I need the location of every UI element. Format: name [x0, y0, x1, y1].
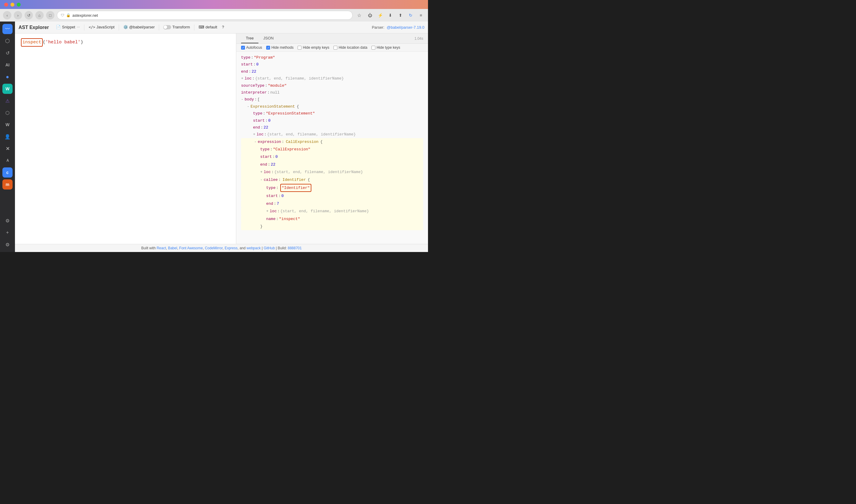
- address-bar[interactable]: 🛡 🔒 astexplorer.net: [57, 11, 353, 20]
- tree-row-expressionstatement[interactable]: - ExpressionStatement {: [241, 103, 423, 110]
- expand-icon[interactable]: +: [260, 168, 263, 176]
- tree-row-loc-program[interactable]: + loc : {start, end, filename, identifie…: [241, 75, 423, 82]
- activity-icon: 〰: [5, 26, 10, 32]
- sidebar-item-m[interactable]: m: [2, 179, 13, 190]
- home-button[interactable]: ⌂: [35, 11, 44, 19]
- expand-icon[interactable]: +: [253, 131, 256, 138]
- footer-link-express[interactable]: Express: [225, 246, 238, 250]
- transform-toggle[interactable]: Transform: [161, 21, 192, 34]
- tree-value: 0: [268, 117, 271, 124]
- tree-row-callee[interactable]: - callee : Identifier {: [241, 176, 423, 183]
- code-editor[interactable]: inspect ( 'hello babel' ): [15, 34, 236, 244]
- footer-link-babel[interactable]: Babel: [168, 246, 177, 250]
- tree-key: type: [241, 54, 250, 61]
- tree-row-end-ce: end : 22: [241, 161, 423, 168]
- bookmark-button[interactable]: ☆: [355, 11, 363, 19]
- collapse-icon[interactable]: -: [247, 103, 249, 110]
- close-button[interactable]: [4, 3, 8, 6]
- parser-version-link[interactable]: @babel/parser-7.19.0: [387, 25, 424, 30]
- brand-label: AST Explorer: [19, 25, 49, 30]
- option-hide-methods[interactable]: ✓ Hide methods: [266, 46, 293, 50]
- share-icon[interactable]: ⬆: [396, 11, 405, 19]
- tree-row-body[interactable]: - body : [: [241, 96, 423, 103]
- sidebar-item-cube[interactable]: ⬡: [2, 108, 13, 118]
- language-icon: </>: [89, 25, 95, 29]
- tree-colon: :: [276, 184, 278, 191]
- tree-colon: :: [263, 110, 265, 117]
- x-icon: ✕: [6, 146, 10, 151]
- hide-methods-checkbox[interactable]: ✓: [266, 46, 270, 50]
- sidebar-item-add[interactable]: +: [2, 228, 13, 238]
- sidebar-item-settings[interactable]: ⚙: [2, 239, 13, 250]
- tree-row-loc-es[interactable]: + loc : {start, end, filename, identifie…: [241, 131, 423, 138]
- help-button[interactable]: ?: [220, 21, 226, 34]
- option-hide-location-data[interactable]: Hide location data: [333, 46, 367, 50]
- sidebar-item-dot[interactable]: ●: [2, 72, 13, 82]
- tree-row-expression[interactable]: - expression : CallExpression {: [241, 138, 423, 146]
- back-button[interactable]: ‹: [3, 11, 11, 19]
- shield-icon: 🛡: [61, 13, 64, 17]
- sidebar-item-ai2[interactable]: Ａ: [2, 156, 13, 166]
- sidebar-item-ai[interactable]: AI: [2, 60, 13, 70]
- sidebar-item-octagon[interactable]: ↺: [2, 48, 13, 58]
- sidebar-item-w2[interactable]: W: [2, 120, 13, 130]
- sidebar-item-gear[interactable]: ⚙: [2, 216, 13, 226]
- parser-version-label: Parser:: [372, 25, 384, 30]
- sidebar-item-github[interactable]: ⬡: [2, 36, 13, 46]
- tree-row-loc-ce[interactable]: + loc : {start, end, filename, identifie…: [241, 168, 423, 176]
- tree-type-name: Identifier: [282, 176, 306, 183]
- footer-build-number[interactable]: 8888701: [288, 246, 302, 250]
- parser-icon: ⚙️: [123, 25, 128, 29]
- expand-icon[interactable]: +: [266, 208, 268, 215]
- footer-link-github[interactable]: GitHub: [263, 246, 275, 250]
- parser-menu[interactable]: ⚙️ @babel/parser: [121, 21, 157, 34]
- autofocus-checkbox[interactable]: ✓: [241, 46, 245, 50]
- reload-button[interactable]: ↺: [24, 11, 33, 19]
- sidebar-item-activity[interactable]: 〰: [2, 24, 13, 34]
- sidebar-item-w1[interactable]: W: [2, 84, 13, 94]
- expand-icon[interactable]: +: [241, 75, 243, 82]
- minimize-button[interactable]: [11, 3, 14, 6]
- option-hide-type-keys[interactable]: Hide type keys: [371, 46, 400, 50]
- hide-type-keys-checkbox[interactable]: [371, 46, 375, 50]
- hide-location-data-checkbox[interactable]: [333, 46, 337, 50]
- sidebar-item-user[interactable]: 👤: [2, 131, 13, 142]
- tree-value: "Program": [254, 54, 275, 61]
- tab-tree[interactable]: Tree: [241, 34, 258, 43]
- tree-key: sourceType: [241, 82, 264, 89]
- forward-button[interactable]: ›: [14, 11, 22, 19]
- sidebar-item-c[interactable]: c: [2, 167, 13, 178]
- collapse-icon[interactable]: -: [260, 176, 263, 183]
- extensions-icon[interactable]: ⚡: [376, 11, 384, 19]
- footer-link-fontawesome[interactable]: Font Awesome: [179, 246, 203, 250]
- tree-key: type: [260, 146, 269, 153]
- language-menu[interactable]: </> JavaScript: [86, 21, 117, 34]
- menu-button[interactable]: ≡: [417, 11, 425, 19]
- tree-colon: :: [277, 208, 280, 215]
- language-label: JavaScript: [96, 25, 115, 29]
- tree-row-loc-identifier[interactable]: + loc : {start, end, filename, identifie…: [241, 208, 423, 215]
- keymap-icon: ⌨: [198, 25, 204, 29]
- fullscreen-button[interactable]: [17, 3, 21, 6]
- window-titlebar: [0, 0, 428, 9]
- w1-icon: W: [5, 86, 9, 91]
- download-icon[interactable]: ⬇: [386, 11, 395, 19]
- snippet-menu[interactable]: 📄 Snippet ⋯: [54, 21, 82, 34]
- power-icon[interactable]: ⏻: [366, 11, 374, 19]
- refresh-ext-icon[interactable]: ↻: [406, 11, 415, 19]
- footer-link-webpack[interactable]: webpack: [246, 246, 261, 250]
- sidebar-item-alert[interactable]: ⚠: [2, 96, 13, 106]
- option-hide-empty-keys[interactable]: Hide empty keys: [298, 46, 329, 50]
- tab-json[interactable]: JSON: [258, 34, 278, 43]
- collapse-icon[interactable]: -: [254, 139, 257, 145]
- hide-empty-keys-checkbox[interactable]: [298, 46, 301, 50]
- keymap-menu[interactable]: ⌨ default: [196, 21, 220, 34]
- sidebar-item-x[interactable]: ✕: [2, 143, 13, 154]
- dot-icon: ●: [6, 74, 9, 80]
- footer-link-codemirror[interactable]: CodeMirror: [205, 246, 223, 250]
- option-autofocus[interactable]: ✓ Autofocus: [241, 46, 262, 50]
- tree-key: start: [241, 61, 253, 68]
- collapse-icon[interactable]: -: [241, 96, 243, 103]
- footer-link-react[interactable]: React: [157, 246, 166, 250]
- tab-button[interactable]: □: [46, 11, 54, 19]
